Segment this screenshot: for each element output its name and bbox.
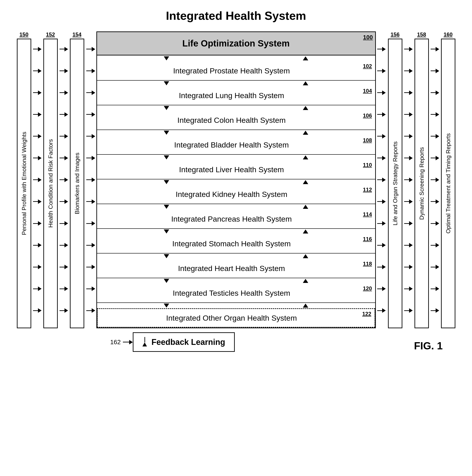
ref-108: 108: [363, 137, 372, 143]
arrow-right-150-10: [33, 243, 42, 247]
system-label-9: Integrated Testicles Health System: [173, 289, 290, 298]
ref-116: 116: [363, 236, 372, 242]
connector-6: [97, 229, 375, 234]
side-col-158: 158 Dynamic Screening Reports: [414, 32, 430, 328]
side-label-160: Optimal Treatment and Timing Reports: [441, 39, 455, 328]
arrow-right-r1: [377, 47, 386, 51]
arrow-down-icon: [164, 56, 169, 60]
arrow-right-r11: [377, 265, 386, 269]
life-opt-label: Life Optimization System: [182, 38, 290, 48]
arrow-up-icon: [303, 279, 308, 283]
arrow-right-154-4: [86, 112, 95, 117]
arrow-right-152-2: [60, 69, 68, 73]
ref-104: 104: [363, 88, 372, 94]
ref-102: 102: [363, 63, 372, 69]
system-row-7: Integrated Stomach Health System 116: [97, 234, 375, 254]
side-label-156: Life and Organ Strategy Reports: [388, 39, 402, 328]
arrows-152: [59, 32, 69, 328]
system-label-1: Integrated Lung Health System: [179, 91, 284, 100]
side-label-150: Personal Profile with Emotional Weights: [17, 39, 31, 328]
arrow-up-icon: [303, 304, 308, 308]
arrow-right-152-4: [60, 112, 68, 117]
other-organ-label: Integrated Other Organ Health System: [166, 314, 297, 323]
arrows-to-156: [376, 32, 387, 328]
arrow-right-152-13: [60, 308, 68, 313]
arrow-right-154-2: [86, 69, 95, 73]
ref-112: 112: [363, 187, 372, 193]
arrow-right-r10: [377, 243, 386, 247]
arrow-right-r3: [377, 90, 386, 95]
arrows-154: [85, 32, 96, 328]
arrow-right-154-8: [86, 199, 95, 204]
side-label-158: Dynamic Screening Reports: [415, 39, 429, 328]
arrow-right-154-12: [86, 287, 95, 291]
side-col-154: 154 Biomarkers and Images: [69, 32, 85, 328]
fig-label: FIG. 1: [414, 340, 456, 352]
arrow-r160-3: [431, 90, 439, 95]
ref-100: 100: [363, 34, 373, 41]
arrow-down-icon: [164, 279, 169, 283]
ref-156: 156: [390, 32, 400, 38]
feedback-ref-162: 162: [110, 339, 121, 346]
side-col-150: 150 Personal Profile with Emotional Weig…: [16, 32, 32, 328]
arrow-up-icon: [303, 131, 308, 135]
arrow-up-icon: [303, 205, 308, 209]
system-row-3: Integrated Bladder Health System 108: [97, 136, 375, 155]
arrow-r158-1: [404, 47, 413, 51]
arrow-up-icon: [303, 106, 308, 110]
system-label-5: Integrated Kidney Health System: [176, 190, 287, 199]
ref-158: 158: [417, 32, 426, 38]
arrow-up-icon: [303, 81, 308, 85]
arrow-right-150-11: [33, 265, 42, 269]
arrow-down-icon: [164, 155, 169, 159]
arrow-r160-11: [431, 265, 439, 269]
system-row-5: Integrated Kidney Health System 112: [97, 185, 375, 204]
arrow-right-150-3: [33, 90, 42, 95]
system-label-6: Integrated Pancreas Health System: [171, 215, 292, 223]
ref-106: 106: [363, 113, 372, 119]
arrow-down-icon: [164, 205, 169, 209]
system-row-0: Integrated Prostate Health System 102: [97, 61, 375, 81]
system-row-9: Integrated Testicles Health System 120: [97, 284, 375, 303]
ref-120: 120: [363, 285, 372, 292]
arrow-right-154-1: [86, 47, 95, 51]
arrow-r158-11: [404, 265, 413, 269]
side-col-152: 152 Health Condition and Risk Factors: [42, 32, 59, 328]
arrow-down-icon: [164, 106, 169, 110]
arrow-right-150-8: [33, 199, 42, 204]
arrow-right-150-1: [33, 47, 42, 51]
arrow-right-152-1: [60, 47, 68, 51]
system-label-3: Integrated Bladder Health System: [174, 140, 289, 149]
arrow-right-152-10: [60, 243, 68, 247]
arrow-right-152-12: [60, 287, 68, 291]
bottom-area: 162 Feedback Learning FIG. 1: [16, 332, 456, 352]
arrow-up-icon: [303, 56, 308, 60]
ref-110: 110: [363, 162, 372, 168]
arrow-r160-2: [431, 69, 439, 73]
arrow-right-150-13: [33, 308, 42, 313]
arrow-r158-10: [404, 243, 413, 247]
arrow-r158-7: [404, 178, 413, 182]
connector-3: [97, 155, 375, 160]
arrow-right-152-6: [60, 156, 68, 160]
arrow-r158-13: [404, 308, 413, 313]
arrow-r160-13: [431, 308, 439, 313]
system-label-4: Integrated Liver Health System: [179, 165, 284, 174]
system-label-0: Integrated Prostate Health System: [173, 67, 290, 75]
arrow-right-150-9: [33, 221, 42, 226]
connector-7: [97, 254, 375, 259]
system-label-2: Integrated Colon Health System: [177, 116, 286, 125]
arrow-right-152-9: [60, 221, 68, 226]
arrow-right-154-11: [86, 265, 95, 269]
system-label-7: Integrated Stomach Health System: [172, 239, 291, 248]
connector-4: [97, 179, 375, 185]
arrow-r158-12: [404, 287, 413, 291]
system-row-4: Integrated Liver Health System 110: [97, 160, 375, 179]
life-opt-box: 100 Life Optimization System: [97, 32, 375, 55]
arrow-down-icon: [164, 229, 169, 234]
side-col-160: 160 Optimal Treatment and Timing Reports: [440, 32, 456, 328]
side-label-152: Health Condition and Risk Factors: [43, 39, 58, 328]
arrow-right-r12: [377, 287, 386, 291]
arrow-right-154-3: [86, 90, 95, 95]
arrow-up-icon: [303, 254, 308, 258]
